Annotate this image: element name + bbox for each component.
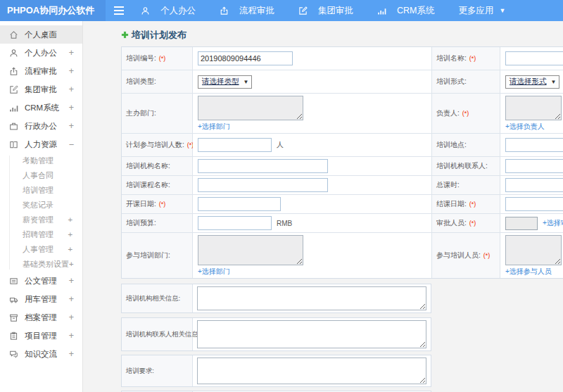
home-icon [9, 30, 19, 39]
total-hours-input[interactable] [505, 178, 563, 192]
workflow-icon [9, 66, 19, 76]
label-text: 参与培训人员: [436, 251, 481, 260]
org-name-input[interactable] [198, 159, 328, 173]
training-type-select[interactable]: 请选择类型 ▼ [198, 75, 252, 89]
topmenu-label: 个人办公 [160, 5, 196, 17]
org-contact-info-label: 培训机构联系人相关信息: [122, 318, 193, 350]
approver-input[interactable] [505, 217, 538, 230]
org-info-textarea[interactable] [197, 286, 426, 310]
org-info-label: 培训机构相关信息: [122, 284, 193, 312]
label-text: 培训机构相关信息: [126, 294, 180, 303]
sidebar-item-knowledge[interactable]: 知识交流 + [0, 345, 82, 363]
collapse-minus-icon[interactable]: − [69, 139, 74, 149]
location-input[interactable] [505, 138, 563, 152]
org-contact-input[interactable] [505, 159, 563, 173]
start-date-input[interactable] [198, 197, 281, 211]
total-hours-field [500, 176, 563, 195]
expand-plus-icon[interactable]: + [69, 276, 74, 286]
edit-square-icon [298, 6, 308, 15]
expand-plus-icon[interactable]: + [69, 48, 74, 58]
sidebar-subitem-label: 人事管理 [23, 244, 53, 255]
sidebar-item-documents[interactable]: 公文管理 + [0, 272, 82, 290]
sidebar-item-workflow-approval[interactable]: 流程审批 + [0, 62, 82, 80]
end-date-input[interactable] [505, 197, 563, 211]
training-type-field: 请选择类型 ▼ [193, 70, 432, 94]
leader-textarea[interactable] [505, 96, 562, 120]
topmenu-personal-office[interactable]: 个人办公 [141, 5, 196, 17]
select-dept-link[interactable]: +选择部门 [198, 122, 230, 132]
sidebar-item-personal-office[interactable]: 个人办公 + [0, 44, 82, 62]
required-mark: (*) [469, 55, 476, 62]
select-value: 请选择形式 [510, 77, 547, 87]
budget-input[interactable] [198, 216, 272, 230]
expand-plus-icon[interactable]: + [69, 121, 74, 131]
location-label: 培训地点: [432, 134, 500, 157]
expand-plus-icon[interactable]: + [69, 331, 74, 341]
add-icon [121, 31, 129, 39]
expand-plus-icon[interactable]: + [69, 312, 74, 322]
sidebar-item-project[interactable]: 项目管理 + [0, 327, 82, 345]
label-text: 结课日期: [436, 199, 467, 209]
participants-textarea[interactable] [505, 235, 562, 265]
sidebar-item-desktop[interactable]: 个人桌面 [0, 25, 82, 44]
select-leader-link[interactable]: +选择负责人 [505, 122, 545, 132]
expand-plus-icon[interactable]: + [69, 349, 74, 359]
document-icon [9, 276, 19, 286]
form-row-requirements: 培训要求: [121, 355, 431, 387]
topmenu-group-approval[interactable]: 集团审批 [298, 5, 353, 17]
briefcase-icon [9, 121, 19, 131]
clipboard-icon [9, 331, 19, 341]
expand-plus-icon[interactable]: + [68, 230, 72, 239]
expand-plus-icon[interactable]: + [69, 66, 74, 76]
sidebar-subitem-label: 基础类别设置 [23, 259, 69, 270]
expand-plus-icon[interactable]: + [68, 215, 72, 225]
select-participants-link[interactable]: +选择参与人员 [505, 267, 552, 277]
label-text: 培训地点: [436, 140, 467, 150]
training-plan-form: 培训编号: (*) 培训名称: (*) 培训类型: [121, 46, 563, 279]
sidebar-subitem-hr-contract[interactable]: 人事合同 [0, 168, 82, 183]
requirements-textarea[interactable] [197, 358, 426, 384]
expand-plus-icon[interactable]: + [69, 260, 74, 269]
expand-plus-icon[interactable]: + [69, 84, 74, 94]
sidebar-subitem-training[interactable]: 培训管理 [0, 183, 82, 198]
topmenu-more-apps[interactable]: 更多应用 ▼ [458, 5, 505, 17]
sidebar-item-archive[interactable]: 档案管理 + [0, 308, 82, 327]
sidebar-item-admin-office[interactable]: 行政办公 + [0, 117, 82, 135]
host-dept-textarea[interactable] [198, 96, 303, 120]
sidebar-subitem-base-category[interactable]: 基础类别设置 + [0, 257, 82, 272]
org-contact-field [500, 157, 563, 176]
topmenu-workflow-approval[interactable]: 流程审批 [220, 5, 274, 17]
training-form-select[interactable]: 请选择形式 ▼ [505, 75, 559, 89]
label-text: 培训要求: [126, 367, 154, 376]
sidebar-subitem-attendance[interactable]: 考勤管理 [0, 153, 82, 168]
planned-count-input[interactable] [198, 138, 272, 152]
sidebar-subitem-salary[interactable]: 薪资管理 + [0, 213, 82, 227]
training-name-input[interactable] [505, 51, 563, 65]
sidebar-item-group-approval[interactable]: 集团审批 + [0, 80, 82, 99]
unit-rmb: RMB [277, 220, 292, 227]
select-dept-link[interactable]: +选择部门 [198, 267, 230, 277]
org-contact-info-textarea[interactable] [197, 320, 426, 348]
sidebar-subitem-personnel[interactable]: 人事管理 + [0, 242, 82, 257]
participant-dept-textarea[interactable] [198, 235, 303, 265]
sidebar-toggle-icon[interactable] [108, 0, 129, 21]
select-approver-link[interactable]: +选择审批人员 [543, 218, 563, 228]
topmenu-crm-system[interactable]: CRM系统 [377, 5, 434, 17]
required-mark: (*) [159, 201, 166, 208]
expand-plus-icon[interactable]: + [68, 245, 72, 254]
sidebar-item-crm-system[interactable]: CRM系统 + [0, 99, 82, 117]
label-text: 培训机构名称: [126, 161, 170, 171]
training-no-input[interactable] [198, 51, 293, 65]
expand-plus-icon[interactable]: + [69, 103, 74, 113]
sidebar-subitem-recruit[interactable]: 招聘管理 + [0, 227, 82, 242]
app-window: PHPOA协同办公软件 个人办公 流程审批 集团审批 [0, 0, 563, 392]
sidebar-item-hr[interactable]: 人力资源 − [0, 135, 82, 153]
course-name-input[interactable] [198, 178, 328, 192]
label-text: 培训课程名称: [126, 180, 170, 190]
topmenu-label: 流程审批 [239, 5, 274, 17]
bar-chart-icon [377, 6, 387, 15]
expand-plus-icon[interactable]: + [69, 294, 74, 304]
sidebar-submenu-hr: 考勤管理 人事合同 培训管理 奖惩记录 薪资管理 + 招聘管理 + 人事管理 + [0, 153, 82, 272]
sidebar-subitem-rewards[interactable]: 奖惩记录 [0, 198, 82, 213]
sidebar-item-vehicle[interactable]: 用车管理 + [0, 290, 82, 308]
